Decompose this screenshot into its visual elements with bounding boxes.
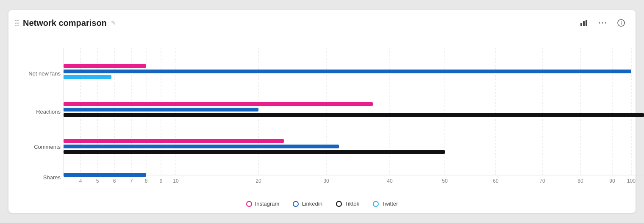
svg-rect-1 — [583, 21, 585, 26]
twitter-label: Twitter — [382, 201, 398, 207]
svg-text:4: 4 — [79, 178, 82, 184]
svg-rect-2 — [586, 20, 587, 26]
chart-area: .gl { stroke: #ddd; stroke-width: 1; str… — [8, 35, 636, 194]
legend-item-instagram: Instagram — [246, 201, 280, 207]
network-comparison-card: Network comparison ✎ — [8, 10, 636, 213]
svg-text:80: 80 — [577, 178, 583, 184]
instagram-label: Instagram — [255, 201, 280, 207]
svg-point-5 — [605, 22, 606, 24]
page-title: Network comparison — [23, 18, 107, 28]
svg-text:7: 7 — [130, 178, 133, 184]
svg-text:Comments: Comments — [34, 144, 61, 150]
svg-rect-39 — [64, 150, 445, 154]
svg-text:100: 100 — [627, 178, 636, 184]
svg-rect-33 — [64, 75, 111, 79]
svg-text:30: 30 — [323, 178, 329, 184]
svg-text:Reactions: Reactions — [36, 109, 61, 115]
edit-icon[interactable]: ✎ — [111, 20, 116, 26]
linkedin-label: Linkedin — [302, 201, 322, 207]
svg-point-4 — [602, 22, 603, 24]
svg-text:70: 70 — [539, 178, 545, 184]
svg-rect-31 — [64, 64, 146, 68]
chart-legend: Instagram Linkedin Tiktok Twitter — [8, 194, 636, 213]
instagram-legend-circle — [246, 201, 252, 207]
bar-chart-button[interactable] — [578, 17, 590, 29]
info-button[interactable] — [615, 17, 627, 29]
svg-text:40: 40 — [387, 178, 393, 184]
svg-rect-37 — [64, 139, 284, 143]
svg-text:Shares: Shares — [43, 174, 61, 181]
svg-text:90: 90 — [609, 178, 615, 184]
svg-text:Net new fans: Net new fans — [28, 70, 61, 77]
svg-point-3 — [599, 22, 600, 24]
legend-item-linkedin: Linkedin — [293, 201, 322, 207]
svg-text:10: 10 — [173, 178, 179, 184]
svg-rect-34 — [64, 102, 373, 106]
legend-item-twitter: Twitter — [373, 201, 398, 207]
svg-rect-38 — [64, 145, 339, 148]
card-header: Network comparison ✎ — [8, 10, 636, 35]
more-icon — [598, 19, 607, 27]
drag-handle[interactable] — [15, 20, 19, 26]
svg-text:5: 5 — [96, 178, 99, 184]
twitter-legend-circle — [373, 201, 379, 207]
svg-point-8 — [621, 21, 622, 22]
svg-rect-36 — [64, 113, 644, 117]
svg-text:60: 60 — [493, 178, 499, 184]
svg-text:6: 6 — [113, 178, 116, 184]
svg-text:20: 20 — [255, 178, 261, 184]
svg-rect-0 — [580, 23, 582, 26]
svg-rect-40 — [64, 173, 146, 177]
svg-rect-32 — [64, 70, 631, 73]
svg-text:50: 50 — [442, 178, 448, 184]
tiktok-label: Tiktok — [345, 201, 359, 207]
legend-item-tiktok: Tiktok — [336, 201, 359, 207]
more-button[interactable] — [597, 17, 608, 29]
tiktok-legend-circle — [336, 201, 342, 207]
linkedin-legend-circle — [293, 201, 299, 207]
svg-rect-35 — [64, 108, 258, 112]
header-left: Network comparison ✎ — [15, 18, 116, 28]
header-right — [578, 17, 627, 29]
bar-chart-icon — [580, 19, 588, 27]
svg-text:9: 9 — [160, 178, 163, 184]
svg-text:8: 8 — [145, 178, 148, 184]
info-icon — [617, 19, 625, 27]
chart-svg: .gl { stroke: #ddd; stroke-width: 1; str… — [17, 44, 627, 188]
